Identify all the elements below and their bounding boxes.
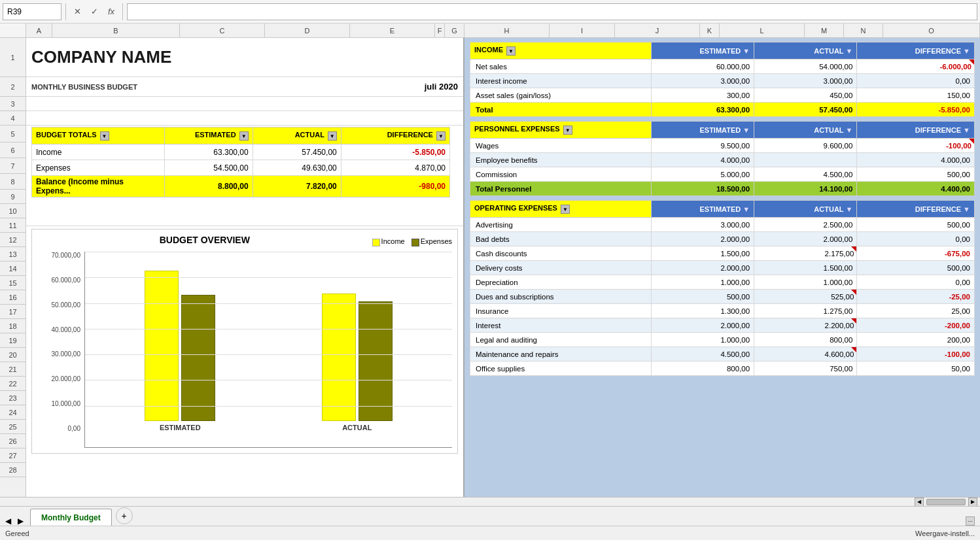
row-num-25[interactable]: 25	[0, 420, 26, 434]
cell-reference-box[interactable]: R39	[3, 3, 61, 20]
income-estimated-header: ESTIMATED ▼	[651, 42, 754, 59]
col-header-h[interactable]: H	[464, 24, 550, 37]
op-maintenance-estimated: 4.500,00	[651, 347, 754, 362]
row-num-17[interactable]: 17	[0, 305, 26, 319]
row-num-12[interactable]: 12	[0, 233, 26, 247]
personnel-commission-label: Commission	[470, 167, 652, 182]
op-cashdiscounts-difference: -675,00	[857, 246, 975, 261]
row-num-28[interactable]: 28	[0, 463, 26, 477]
operating-actual-filter-icon[interactable]: ▼	[845, 205, 852, 213]
row-num-6[interactable]: 6	[0, 143, 26, 158]
row-num-18[interactable]: 18	[0, 319, 26, 333]
formula-input[interactable]	[127, 3, 977, 20]
row-num-22[interactable]: 22	[0, 377, 26, 391]
scroll-right-btn[interactable]: ▶	[968, 498, 977, 507]
tab-scroll-right[interactable]: ▶	[18, 516, 24, 526]
income-interest-estimated: 3.000,00	[651, 74, 754, 88]
formula-cancel-icon[interactable]: ✕	[70, 5, 84, 19]
personnel-header-filter[interactable]: ▼	[563, 126, 572, 135]
row-num-7[interactable]: 7	[0, 158, 26, 174]
income-estimated-filter-icon[interactable]: ▼	[743, 47, 750, 55]
income-actual-filter-icon[interactable]: ▼	[845, 47, 852, 55]
col-header-g[interactable]: G	[445, 24, 464, 37]
row-num-23[interactable]: 23	[0, 391, 26, 405]
personnel-actual-filter-icon[interactable]: ▼	[845, 126, 852, 134]
row-num-27[interactable]: 27	[0, 448, 26, 463]
personnel-difference-filter-icon[interactable]: ▼	[963, 126, 970, 134]
op-baddebts-actual: 2.000,00	[754, 232, 857, 246]
tab-dots-btn[interactable]: ⋯	[966, 516, 975, 526]
col-header-o[interactable]: O	[883, 24, 980, 37]
col-header-e[interactable]: E	[350, 24, 435, 37]
horizontal-scrollbar: ◀ ▶	[0, 497, 980, 506]
row-num-8[interactable]: 8	[0, 174, 26, 190]
row-num-9[interactable]: 9	[0, 190, 26, 204]
row-num-13[interactable]: 13	[0, 247, 26, 262]
personnel-estimated-filter-icon[interactable]: ▼	[743, 126, 750, 134]
budget-totals-filter[interactable]: ▼	[100, 131, 109, 141]
col-header-a[interactable]: A	[26, 24, 52, 37]
formula-fx-icon[interactable]: fx	[104, 5, 118, 19]
personnel-benefits-estimated: 4.000,00	[651, 153, 754, 167]
row-num-10[interactable]: 10	[0, 204, 26, 218]
personnel-benefits-row: Employee benefits 4.000,00 4.000,00	[470, 153, 975, 167]
personnel-benefits-difference: 4.000,00	[857, 153, 975, 167]
row-num-16[interactable]: 16	[0, 290, 26, 305]
operating-actual-header: ACTUAL ▼	[754, 201, 857, 218]
grid-content: COMPANY NAME MONTHLY BUSINESS BUDGET jul…	[26, 38, 980, 497]
row-num-15[interactable]: 15	[0, 276, 26, 290]
income-assetsales-label: Asset sales (gain/loss)	[470, 88, 652, 103]
chart-title: BUDGET OVERVIEW	[160, 235, 250, 245]
op-cashdiscounts-actual: 2.175,00	[754, 246, 857, 261]
scroll-left-btn[interactable]: ◀	[915, 498, 924, 507]
col-header-f[interactable]: F	[435, 24, 445, 37]
row-num-19[interactable]: 19	[0, 333, 26, 348]
row-num-14[interactable]: 14	[0, 262, 26, 276]
op-interest-label: Interest	[470, 318, 652, 333]
row-num-3[interactable]: 3	[0, 97, 26, 111]
budget-actual-filter[interactable]: ▼	[328, 131, 337, 141]
col-header-j[interactable]: J	[615, 24, 700, 37]
income-total-row: Total 63.300,00 57.450,00 -5.850,00	[470, 103, 975, 117]
col-header-b[interactable]: B	[52, 24, 180, 37]
op-dues-difference: -25,00	[857, 290, 975, 304]
add-sheet-button[interactable]: +	[116, 507, 133, 524]
col-header-i[interactable]: I	[550, 24, 615, 37]
row-num-1[interactable]: 1	[0, 38, 26, 77]
scroll-thumb[interactable]	[926, 499, 966, 505]
col-header-c[interactable]: C	[180, 24, 265, 37]
col-header-n[interactable]: N	[844, 24, 883, 37]
y-label-7: 10.000,00	[52, 400, 81, 407]
budget-difference-header: DIFFERENCE ▼	[341, 127, 449, 144]
operating-difference-filter-icon[interactable]: ▼	[963, 205, 970, 213]
row-num-2[interactable]: 2	[0, 77, 26, 97]
sheet-tab-monthly-budget[interactable]: Monthly Budget	[30, 509, 112, 526]
budget-income-label: Income	[32, 144, 165, 160]
formula-confirm-icon[interactable]: ✓	[87, 5, 101, 19]
tab-scroll-left[interactable]: ◀	[5, 516, 11, 526]
col-header-l[interactable]: L	[720, 24, 805, 37]
operating-estimated-filter-icon[interactable]: ▼	[743, 205, 750, 213]
row-num-11[interactable]: 11	[0, 218, 26, 233]
row-num-4[interactable]: 4	[0, 111, 26, 126]
row-num-24[interactable]: 24	[0, 405, 26, 420]
row-num-5[interactable]: 5	[0, 126, 26, 143]
row-num-26[interactable]: 26	[0, 434, 26, 448]
income-total-difference: -5.850,00	[857, 103, 975, 117]
operating-difference-header: DIFFERENCE ▼	[857, 201, 975, 218]
row-num-21[interactable]: 21	[0, 362, 26, 377]
budget-expenses-actual: 49.630,00	[253, 160, 341, 176]
operating-header-filter[interactable]: ▼	[561, 205, 570, 214]
col-header-d[interactable]: D	[265, 24, 350, 37]
col-header-m[interactable]: M	[805, 24, 844, 37]
op-legal-actual: 800,00	[754, 333, 857, 347]
income-difference-filter-icon[interactable]: ▼	[963, 47, 970, 55]
budget-difference-filter[interactable]: ▼	[436, 131, 446, 141]
budget-estimated-filter[interactable]: ▼	[239, 131, 249, 141]
col-header-k[interactable]: K	[700, 24, 720, 37]
op-baddebts-label: Bad debts	[470, 232, 652, 246]
row-num-20[interactable]: 20	[0, 348, 26, 362]
maintenance-flag	[851, 347, 856, 352]
income-header-filter[interactable]: ▼	[506, 46, 516, 56]
income-total-estimated: 63.300,00	[651, 103, 754, 117]
